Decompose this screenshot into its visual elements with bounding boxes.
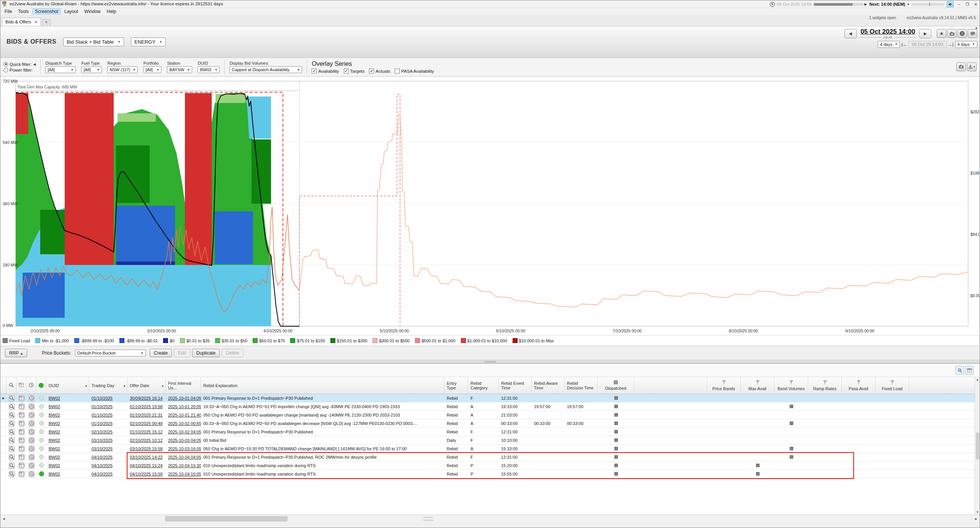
- magnifier-button[interactable]: [9, 454, 15, 460]
- column-header-detail[interactable]: [16, 377, 26, 394]
- row-expand-icon[interactable]: ▸: [2, 396, 5, 400]
- trading_day-link[interactable]: 04/10/2025: [91, 463, 113, 468]
- chart-export-button[interactable]: ▼: [967, 62, 977, 71]
- magnifier-button[interactable]: [9, 437, 15, 443]
- menu-tools[interactable]: Tools: [15, 8, 31, 15]
- magnifier-button[interactable]: [9, 420, 15, 427]
- filter-select-station[interactable]: BAYSW▼: [167, 66, 192, 73]
- splitter-grip[interactable]: [423, 517, 433, 520]
- price-bucket-select[interactable]: Default Price Bucket▼: [75, 350, 146, 356]
- help-button[interactable]: ?: [957, 29, 967, 38]
- clock-button[interactable]: [29, 404, 34, 410]
- column-header-decision_time[interactable]: Rebid Decision Time: [565, 377, 598, 394]
- scroll-left-icon[interactable]: ◄: [0, 517, 7, 521]
- first_interval-link[interactable]: 2025-10-03 04:05: [168, 438, 201, 443]
- grid-button[interactable]: [19, 446, 24, 452]
- chart-snapshot-button[interactable]: [956, 62, 966, 71]
- grid-button[interactable]: [19, 404, 24, 410]
- table-row[interactable]: BW0203/10/202502/10/2025 10:122025-10-03…: [0, 436, 980, 445]
- duid-link[interactable]: BW02: [49, 396, 60, 400]
- clock-button[interactable]: [29, 429, 34, 435]
- date-forward-button[interactable]: ▶: [919, 29, 931, 38]
- table-row[interactable]: BW0203/10/202503/10/2025 15:582025-10-03…: [0, 445, 980, 453]
- duid-link[interactable]: BW02: [49, 413, 60, 417]
- commodity-select[interactable]: ENERGY▼: [131, 38, 166, 46]
- table-row[interactable]: BW0201/10/202501/10/2025 19:582025-10-01…: [0, 402, 980, 411]
- first_interval-link[interactable]: 2025-10-01 20:05: [168, 404, 201, 409]
- grid-button[interactable]: [19, 437, 24, 443]
- horizontal-scrollbar[interactable]: ◄ ►: [0, 515, 980, 522]
- rrp-button[interactable]: RRP ▲: [5, 349, 27, 357]
- grid-button[interactable]: [19, 412, 24, 418]
- menu-layout[interactable]: Layout: [62, 8, 81, 15]
- magnifier-button[interactable]: [9, 446, 15, 452]
- magnifier-button[interactable]: [9, 395, 15, 401]
- trading_day-link[interactable]: 01/10/2025: [91, 413, 113, 417]
- filter-select-region[interactable]: NSW (117)▼: [107, 66, 138, 73]
- first_interval-link[interactable]: 2025-10-04 16:05: [168, 472, 201, 476]
- grid-button[interactable]: [19, 429, 24, 435]
- magnifier-button[interactable]: [9, 463, 15, 469]
- offer_date-link[interactable]: 01/10/2025 15:12: [130, 430, 163, 434]
- offer_date-link[interactable]: 03/10/2025 14:22: [130, 455, 163, 459]
- tab-close-icon[interactable]: ✕: [34, 20, 38, 24]
- table-row[interactable]: BW0202/10/202501/10/2025 15:122025-10-02…: [0, 428, 980, 436]
- scroll-down-icon[interactable]: ▼: [976, 510, 979, 514]
- clock-button[interactable]: [29, 446, 34, 452]
- first_interval-link[interactable]: 2025-10-02 04:05: [168, 430, 201, 434]
- magnifier-button[interactable]: [9, 412, 15, 418]
- filter-select-portfolio[interactable]: [All]▼: [143, 66, 162, 73]
- column-header-first_interval[interactable]: First Interval Us...: [166, 377, 201, 394]
- create-button[interactable]: Create: [150, 349, 172, 357]
- menu-window[interactable]: Window: [82, 8, 103, 15]
- first_interval-link[interactable]: 2025-10-03 16:05: [168, 446, 201, 451]
- table-search-button[interactable]: [956, 366, 964, 374]
- column-header-duid[interactable]: DUID▲: [46, 377, 89, 394]
- filter-select-duid[interactable]: BW02▼: [198, 66, 220, 73]
- duid-link[interactable]: BW02: [49, 446, 60, 451]
- close-button[interactable]: ✕: [973, 1, 979, 7]
- clock-button[interactable]: [29, 463, 34, 469]
- first_interval-link[interactable]: 2025-10-04 04:05: [168, 455, 201, 459]
- duid-link[interactable]: BW02: [49, 404, 60, 409]
- grid-button[interactable]: [19, 395, 24, 401]
- new-tab-button[interactable]: +: [42, 19, 51, 26]
- overlay-checkbox-actuals[interactable]: ✓Actuals: [369, 69, 390, 74]
- column-header-category[interactable]: Rebid Category: [468, 377, 499, 394]
- offer_date-link[interactable]: 02/10/2025 10:12: [130, 438, 163, 443]
- tab-bids-and-offers[interactable]: Bids & Offers ✕: [2, 18, 41, 26]
- offer_date-link[interactable]: 30/09/2025 16:14: [130, 396, 163, 400]
- first_interval-link[interactable]: 2025-10-01 04:05: [168, 396, 201, 400]
- trading_day-link[interactable]: 01/10/2025: [91, 404, 113, 409]
- pane-splitter[interactable]: [0, 360, 980, 364]
- filter-select-fuel-type[interactable]: [All]▼: [81, 66, 102, 73]
- column-header-max_avail[interactable]: Max Avail: [741, 377, 774, 394]
- clock-button[interactable]: [29, 420, 34, 427]
- scroll-up-icon[interactable]: ▲: [976, 378, 979, 381]
- trading_day-link[interactable]: 04/10/2025: [91, 472, 113, 476]
- overlay-checkbox-pasa-availability[interactable]: PASA Availability: [395, 69, 434, 74]
- duid-link[interactable]: BW02: [49, 438, 60, 443]
- table-columns-button[interactable]: [965, 366, 973, 374]
- view-select[interactable]: Bid Stack + Bid Table▼: [63, 38, 124, 46]
- feedback-button[interactable]: [968, 29, 977, 38]
- screenshot-button[interactable]: [947, 29, 957, 38]
- column-header-pasa_avail[interactable]: Pasa Avail: [842, 377, 875, 394]
- trading_day-link[interactable]: 01/10/2025: [91, 421, 113, 426]
- duplicate-button[interactable]: Duplicate: [192, 349, 220, 357]
- time-progress-bar[interactable]: ▶: [814, 2, 867, 6]
- table-row[interactable]: BW0201/10/202502/10/2025 00:492025-10-02…: [0, 419, 980, 428]
- filter-collapse-icon[interactable]: ◀: [33, 62, 36, 66]
- table-row[interactable]: BW0204/10/202503/10/2025 14:222025-10-04…: [0, 453, 980, 461]
- table-row[interactable]: BW0201/10/202501/10/2025 21:312025-10-01…: [0, 411, 980, 419]
- table-row[interactable]: ▸BW0201/10/202530/09/2025 16:142025-10-0…: [0, 394, 980, 402]
- filter-select-dispatch-type[interactable]: [All]▼: [45, 66, 76, 73]
- quick-filter-radio[interactable]: [3, 62, 8, 67]
- column-header-search[interactable]: [7, 377, 16, 394]
- trading_day-link[interactable]: 03/10/2025: [91, 438, 113, 443]
- range-after-select[interactable]: 4 days▼: [955, 41, 977, 48]
- column-header-history[interactable]: [26, 377, 36, 394]
- clock-button[interactable]: [29, 454, 34, 460]
- menu-help[interactable]: Help: [104, 8, 119, 15]
- offer_date-link[interactable]: 01/10/2025 21:31: [130, 413, 163, 417]
